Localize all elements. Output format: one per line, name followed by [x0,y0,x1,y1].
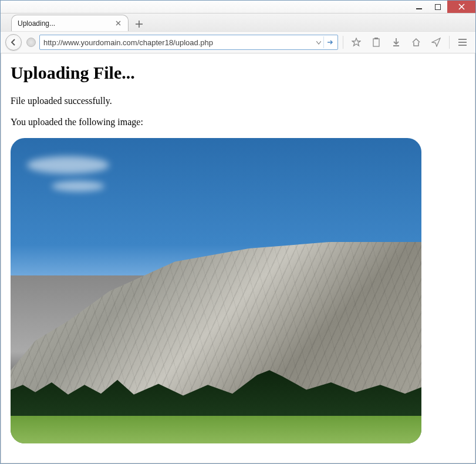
page-content: Uploading File... File uploaded successf… [1,53,475,463]
browser-window: Uploading... http://www.yourdomain.com/c… [0,0,476,464]
new-tab-button[interactable] [132,17,146,31]
tab-strip: Uploading... [1,14,475,31]
address-bar[interactable]: http://www.yourdomain.com/chapter18/uplo… [39,35,338,50]
arrow-right-icon [326,39,333,46]
close-icon [116,21,121,26]
minimize-button[interactable] [410,1,428,13]
go-button[interactable] [323,36,335,48]
plus-icon [136,21,143,28]
tab-title: Uploading... [18,19,109,28]
status-text: File uploaded successfully. [11,96,465,106]
caption-text: You uploaded the following image: [11,117,465,127]
browser-tab[interactable]: Uploading... [11,15,129,31]
nav-toolbar: http://www.yourdomain.com/chapter18/uplo… [1,31,475,53]
svg-rect-9 [374,38,378,39]
uploaded-image [11,138,421,443]
window-titlebar [1,1,475,14]
chevron-down-icon [316,41,321,45]
close-icon [458,4,465,10]
back-button[interactable] [5,34,22,51]
reading-list-button[interactable] [368,34,384,51]
star-icon [352,38,361,47]
home-button[interactable] [408,34,424,51]
url-dropdown-button[interactable] [314,39,323,46]
svg-rect-1 [435,4,441,10]
minimize-icon [416,4,422,10]
back-arrow-icon [9,38,18,46]
svg-rect-8 [373,39,379,46]
cloud-decoration [27,156,109,174]
home-icon [411,38,421,47]
menu-icon [458,39,467,46]
clipboard-icon [372,38,380,47]
maximize-button[interactable] [428,1,447,13]
maximize-icon [435,4,441,10]
tab-close-button[interactable] [114,19,122,28]
svg-rect-0 [416,8,422,9]
download-arrow-icon [392,38,400,47]
paper-plane-icon [431,38,441,47]
globe-icon [26,38,36,47]
toolbar-separator [343,36,343,49]
meadow-decoration [11,416,421,443]
url-text: http://www.yourdomain.com/chapter18/uplo… [43,38,314,47]
downloads-button[interactable] [388,34,404,51]
cloud-decoration [52,181,104,191]
mountain-decoration [11,242,421,407]
send-button[interactable] [428,34,444,51]
menu-button[interactable] [454,34,471,51]
toolbar-separator [449,36,450,49]
page-heading: Uploading File... [11,63,465,83]
bookmark-button[interactable] [348,34,364,51]
close-button[interactable] [447,1,475,13]
